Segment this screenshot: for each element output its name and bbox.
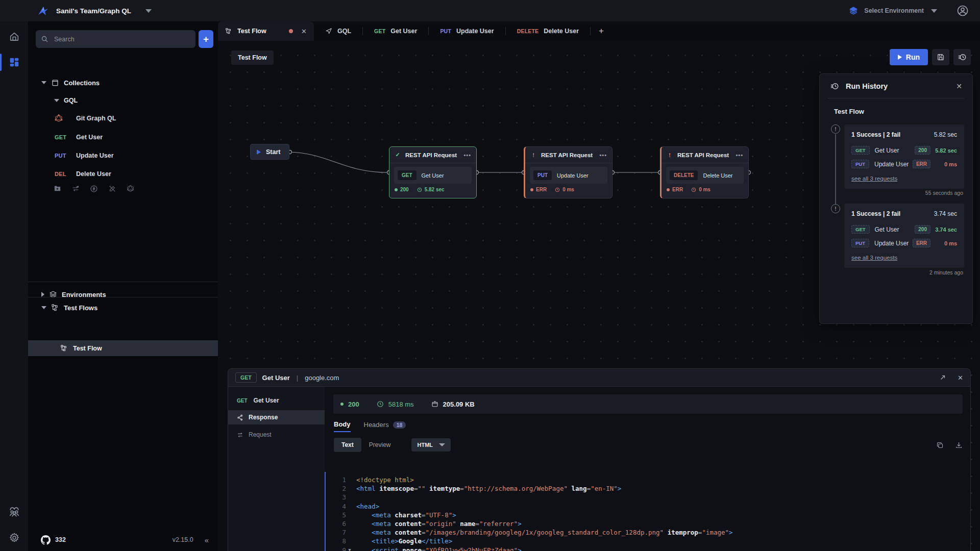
- history-request-row: PUT Update User ERR 0 ms: [851, 239, 957, 247]
- request-name: Update User: [874, 240, 909, 247]
- method-label: GET: [237, 398, 248, 404]
- settings-gear-icon[interactable]: [0, 527, 28, 549]
- timeline-line: [835, 134, 836, 204]
- duration: 0 ms: [699, 187, 710, 192]
- node-rest-get-user[interactable]: ✓ REST API Request ••• GET Get User 200 …: [389, 146, 477, 198]
- method-badge: DELETE: [670, 170, 698, 180]
- method-badge: GET: [851, 225, 870, 234]
- tab-gql[interactable]: GQL: [314, 21, 362, 41]
- success-check-icon: ✓: [395, 152, 401, 158]
- method-del: DEL: [55, 171, 66, 177]
- see-all-requests-link[interactable]: see all 3 requests: [851, 176, 897, 182]
- tab-update-user[interactable]: PUT Update User: [429, 21, 505, 41]
- save-button[interactable]: [932, 49, 949, 65]
- collections-section[interactable]: Collections: [28, 75, 218, 90]
- request-name: Get User: [76, 134, 103, 141]
- separator: |: [297, 374, 298, 382]
- nav-item-response[interactable]: Response: [228, 410, 325, 424]
- node-rest-update-user[interactable]: ! REST API Request ••• PUT Update User E…: [524, 146, 612, 198]
- team-collaboration-icon[interactable]: [0, 502, 28, 524]
- tab-get-user[interactable]: GET Get User: [363, 21, 428, 41]
- collection-name: GQL: [64, 97, 78, 104]
- add-button[interactable]: +: [199, 30, 213, 48]
- response-tabs: Body Headers 18: [334, 420, 971, 432]
- close-tab-icon[interactable]: ✕: [301, 28, 307, 35]
- sidebar-item-test-flow[interactable]: Test Flow: [28, 340, 218, 356]
- collection-gql[interactable]: GQL: [28, 93, 218, 108]
- entry-timestamp: 2 minutes ago: [929, 269, 963, 276]
- node-request-chip[interactable]: DELETE Delete User: [666, 167, 744, 184]
- play-icon: [257, 149, 261, 155]
- history-entry[interactable]: 1 Success | 2 fail 5.82 sec GET Get User…: [844, 124, 964, 189]
- account-icon[interactable]: [957, 5, 969, 17]
- expand-panel-icon[interactable]: [939, 374, 946, 381]
- view-preview-button[interactable]: Preview: [361, 438, 399, 452]
- new-tab-button[interactable]: +: [591, 21, 612, 41]
- request-name: Get User: [262, 374, 290, 382]
- status-badge: 200: [915, 146, 930, 155]
- download-icon[interactable]: [955, 441, 963, 449]
- see-all-requests-link[interactable]: see all 3 requests: [851, 255, 897, 261]
- run-order-icon[interactable]: [71, 185, 80, 193]
- request-time: 3.74 sec: [930, 227, 957, 233]
- history-entry[interactable]: 1 Success | 2 fail 3.74 sec GET Get User…: [844, 204, 964, 268]
- tab-bar: Test Flow ✕ GQL GET Get User PUT Update …: [218, 21, 980, 41]
- request-item-get-user[interactable]: GET Get User: [28, 130, 218, 144]
- close-history-icon[interactable]: ✕: [956, 82, 962, 90]
- play-icon: [898, 55, 902, 60]
- response-time: 5818 ms: [388, 400, 414, 408]
- close-panel-icon[interactable]: ✕: [958, 374, 963, 382]
- tab-test-flow[interactable]: Test Flow ✕: [218, 21, 314, 41]
- test-flows-section[interactable]: Test Flows: [28, 300, 218, 315]
- node-title: REST API Request: [541, 152, 593, 158]
- request-name: Get User: [254, 397, 279, 404]
- bolt-circle-icon[interactable]: [90, 185, 98, 193]
- view-text-button[interactable]: Text: [334, 438, 361, 452]
- graphql-outline-icon[interactable]: [127, 185, 134, 193]
- nav-label: Response: [249, 414, 278, 421]
- collections-grid-icon[interactable]: [0, 51, 28, 73]
- copy-icon[interactable]: [936, 441, 944, 449]
- node-menu-button[interactable]: •••: [736, 152, 743, 158]
- edit-disabled-icon[interactable]: [108, 185, 116, 193]
- collapse-sidebar-button[interactable]: «: [205, 536, 209, 544]
- tab-body[interactable]: Body: [334, 420, 351, 432]
- github-stars[interactable]: 332: [41, 535, 66, 545]
- tab-headers[interactable]: Headers 18: [364, 421, 406, 432]
- new-folder-icon[interactable]: [54, 185, 61, 193]
- format-value: HTML: [417, 442, 433, 448]
- node-menu-button[interactable]: •••: [463, 152, 471, 158]
- response-code-editor[interactable]: 1<!doctype html>2<html itemscope="" item…: [325, 472, 971, 551]
- collection-toolbar: [54, 185, 134, 193]
- home-icon[interactable]: [0, 26, 28, 48]
- request-time: 5.82 sec: [930, 147, 957, 154]
- workspace-switcher[interactable]: Sanil's Team/Graph QL: [37, 5, 152, 17]
- tab-label: Get User: [390, 28, 417, 35]
- sidebar: + Collections GQL Git Graph QL GET Get U…: [28, 21, 218, 551]
- search-input[interactable]: [53, 35, 190, 43]
- size-box-icon: [431, 400, 438, 408]
- graphql-icon: [55, 114, 63, 122]
- request-item-delete-user[interactable]: DEL Delete User: [28, 167, 218, 181]
- environment-chevron-down-icon[interactable]: [931, 9, 937, 13]
- node-menu-button[interactable]: •••: [599, 152, 607, 158]
- response-nav: GET Get User Response Request: [228, 387, 325, 551]
- request-item-git-graph-ql[interactable]: Git Graph QL: [28, 111, 218, 126]
- nav-item-request[interactable]: Request: [228, 428, 325, 442]
- request-item-update-user[interactable]: PUT Update User: [28, 148, 218, 163]
- node-request-chip[interactable]: GET Get User: [394, 167, 472, 184]
- entry-duration: 5.82 sec: [934, 131, 957, 138]
- response-panel: GET Get User | google.com ✕ GET Get User…: [228, 368, 971, 551]
- view-mode-row: Text Preview HTML: [334, 438, 963, 452]
- nav-request-title: GET Get User: [228, 394, 325, 407]
- format-dropdown[interactable]: HTML: [411, 438, 451, 452]
- select-environment[interactable]: Select Environment: [864, 7, 924, 14]
- node-start[interactable]: Start: [250, 144, 289, 160]
- node-rest-delete-user[interactable]: ! REST API Request ••• DELETE Delete Use…: [660, 146, 749, 198]
- tab-delete-user[interactable]: DELETE Delete User: [506, 21, 590, 41]
- run-history-button[interactable]: [953, 49, 971, 65]
- entry-summary: 1 Success | 2 fail: [851, 210, 900, 217]
- run-button[interactable]: Run: [890, 49, 928, 65]
- run-label: Run: [906, 53, 920, 61]
- node-request-chip[interactable]: PUT Update User: [530, 167, 607, 184]
